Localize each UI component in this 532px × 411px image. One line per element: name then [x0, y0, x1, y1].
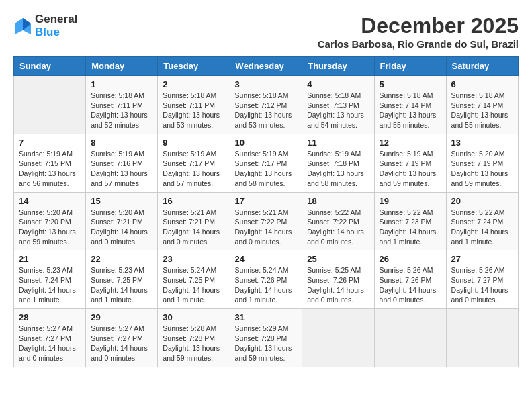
- day-info: Sunrise: 5:20 AM Sunset: 7:20 PM Dayligh…: [19, 208, 81, 247]
- day-number: 16: [163, 196, 224, 206]
- day-info: Sunrise: 5:25 AM Sunset: 7:26 PM Dayligh…: [307, 265, 369, 305]
- calendar-week-row: 7Sunrise: 5:19 AM Sunset: 7:15 PM Daylig…: [14, 134, 519, 192]
- day-number: 8: [91, 138, 152, 148]
- day-number: 24: [235, 254, 298, 264]
- day-info: Sunrise: 5:21 AM Sunset: 7:21 PM Dayligh…: [163, 208, 224, 247]
- calendar-cell: 4Sunrise: 5:18 AM Sunset: 7:13 PM Daylig…: [302, 76, 374, 134]
- day-number: 13: [451, 138, 513, 148]
- day-info: Sunrise: 5:24 AM Sunset: 7:25 PM Dayligh…: [163, 265, 224, 305]
- day-number: 23: [163, 254, 224, 264]
- calendar-cell: 7Sunrise: 5:19 AM Sunset: 7:15 PM Daylig…: [14, 134, 86, 192]
- day-number: 14: [19, 196, 81, 206]
- day-number: 31: [235, 312, 298, 322]
- calendar-cell: 20Sunrise: 5:22 AM Sunset: 7:24 PM Dayli…: [446, 192, 518, 250]
- day-info: Sunrise: 5:19 AM Sunset: 7:19 PM Dayligh…: [380, 149, 441, 189]
- day-info: Sunrise: 5:18 AM Sunset: 7:13 PM Dayligh…: [307, 91, 369, 130]
- calendar-cell: 6Sunrise: 5:18 AM Sunset: 7:14 PM Daylig…: [446, 76, 518, 134]
- day-info: Sunrise: 5:20 AM Sunset: 7:21 PM Dayligh…: [91, 208, 152, 247]
- calendar-cell: [446, 309, 518, 367]
- day-info: Sunrise: 5:26 AM Sunset: 7:27 PM Dayligh…: [451, 265, 513, 305]
- calendar-cell: 17Sunrise: 5:21 AM Sunset: 7:22 PM Dayli…: [230, 192, 302, 250]
- day-number: 7: [19, 138, 81, 148]
- calendar-cell: 25Sunrise: 5:25 AM Sunset: 7:26 PM Dayli…: [302, 250, 374, 309]
- day-number: 6: [451, 79, 513, 89]
- calendar-cell: 22Sunrise: 5:23 AM Sunset: 7:25 PM Dayli…: [86, 250, 158, 309]
- day-number: 15: [91, 196, 152, 206]
- day-info: Sunrise: 5:19 AM Sunset: 7:18 PM Dayligh…: [307, 149, 369, 189]
- calendar-cell: 5Sunrise: 5:18 AM Sunset: 7:14 PM Daylig…: [374, 76, 446, 134]
- calendar-cell: 13Sunrise: 5:20 AM Sunset: 7:19 PM Dayli…: [446, 134, 518, 192]
- calendar-cell: 30Sunrise: 5:28 AM Sunset: 7:28 PM Dayli…: [158, 309, 230, 367]
- calendar-cell: 9Sunrise: 5:19 AM Sunset: 7:17 PM Daylig…: [158, 134, 230, 192]
- day-info: Sunrise: 5:18 AM Sunset: 7:11 PM Dayligh…: [91, 91, 152, 130]
- calendar-cell: 8Sunrise: 5:19 AM Sunset: 7:16 PM Daylig…: [86, 134, 158, 192]
- day-number: 4: [307, 79, 369, 89]
- day-number: 3: [235, 79, 298, 89]
- calendar-cell: 1Sunrise: 5:18 AM Sunset: 7:11 PM Daylig…: [86, 76, 158, 134]
- calendar-cell: 21Sunrise: 5:23 AM Sunset: 7:24 PM Dayli…: [14, 250, 86, 309]
- calendar-cell: 23Sunrise: 5:24 AM Sunset: 7:25 PM Dayli…: [158, 250, 230, 309]
- logo: General Blue: [13, 13, 77, 38]
- calendar-cell: [302, 309, 374, 367]
- weekday-header: Sunday: [14, 57, 86, 76]
- calendar-cell: [14, 76, 86, 134]
- day-info: Sunrise: 5:19 AM Sunset: 7:15 PM Dayligh…: [19, 149, 81, 189]
- day-number: 26: [380, 254, 441, 264]
- day-info: Sunrise: 5:19 AM Sunset: 7:17 PM Dayligh…: [235, 149, 298, 189]
- calendar-week-row: 14Sunrise: 5:20 AM Sunset: 7:20 PM Dayli…: [14, 192, 519, 250]
- day-number: 25: [307, 254, 369, 264]
- day-info: Sunrise: 5:29 AM Sunset: 7:28 PM Dayligh…: [235, 324, 298, 363]
- page-header: General Blue December 2025 Carlos Barbos…: [13, 13, 519, 50]
- month-year-title: December 2025: [318, 13, 519, 38]
- day-number: 5: [380, 79, 441, 89]
- day-info: Sunrise: 5:18 AM Sunset: 7:12 PM Dayligh…: [235, 91, 298, 130]
- title-block: December 2025 Carlos Barbosa, Rio Grande…: [318, 13, 519, 50]
- day-info: Sunrise: 5:19 AM Sunset: 7:16 PM Dayligh…: [91, 149, 152, 189]
- day-info: Sunrise: 5:28 AM Sunset: 7:28 PM Dayligh…: [163, 324, 224, 363]
- day-number: 22: [91, 254, 152, 264]
- calendar-cell: 3Sunrise: 5:18 AM Sunset: 7:12 PM Daylig…: [230, 76, 302, 134]
- day-number: 2: [163, 79, 224, 89]
- weekday-header: Wednesday: [230, 57, 302, 76]
- calendar-week-row: 28Sunrise: 5:27 AM Sunset: 7:27 PM Dayli…: [14, 309, 519, 367]
- calendar-cell: 14Sunrise: 5:20 AM Sunset: 7:20 PM Dayli…: [14, 192, 86, 250]
- calendar-cell: 12Sunrise: 5:19 AM Sunset: 7:19 PM Dayli…: [374, 134, 446, 192]
- calendar-cell: 18Sunrise: 5:22 AM Sunset: 7:22 PM Dayli…: [302, 192, 374, 250]
- day-number: 21: [19, 254, 81, 264]
- day-number: 20: [451, 196, 513, 206]
- calendar-cell: 24Sunrise: 5:24 AM Sunset: 7:26 PM Dayli…: [230, 250, 302, 309]
- day-info: Sunrise: 5:24 AM Sunset: 7:26 PM Dayligh…: [235, 265, 298, 305]
- day-info: Sunrise: 5:23 AM Sunset: 7:25 PM Dayligh…: [91, 265, 152, 305]
- location-subtitle: Carlos Barbosa, Rio Grande do Sul, Brazi…: [318, 38, 519, 50]
- calendar-cell: 19Sunrise: 5:22 AM Sunset: 7:23 PM Dayli…: [374, 192, 446, 250]
- day-number: 27: [451, 254, 513, 264]
- day-number: 12: [380, 138, 441, 148]
- day-number: 1: [91, 79, 152, 89]
- day-info: Sunrise: 5:22 AM Sunset: 7:23 PM Dayligh…: [380, 208, 441, 247]
- calendar-cell: 26Sunrise: 5:26 AM Sunset: 7:26 PM Dayli…: [374, 250, 446, 309]
- day-info: Sunrise: 5:23 AM Sunset: 7:24 PM Dayligh…: [19, 265, 81, 305]
- calendar-header-row: SundayMondayTuesdayWednesdayThursdayFrid…: [14, 57, 519, 76]
- calendar-cell: 10Sunrise: 5:19 AM Sunset: 7:17 PM Dayli…: [230, 134, 302, 192]
- calendar-cell: 29Sunrise: 5:27 AM Sunset: 7:27 PM Dayli…: [86, 309, 158, 367]
- day-number: 29: [91, 312, 152, 322]
- day-info: Sunrise: 5:27 AM Sunset: 7:27 PM Dayligh…: [91, 324, 152, 363]
- logo-icon: [13, 17, 32, 36]
- calendar-cell: 31Sunrise: 5:29 AM Sunset: 7:28 PM Dayli…: [230, 309, 302, 367]
- day-number: 19: [380, 196, 441, 206]
- day-number: 28: [19, 312, 81, 322]
- weekday-header: Monday: [86, 57, 158, 76]
- day-number: 18: [307, 196, 369, 206]
- calendar-cell: 27Sunrise: 5:26 AM Sunset: 7:27 PM Dayli…: [446, 250, 518, 309]
- day-info: Sunrise: 5:19 AM Sunset: 7:17 PM Dayligh…: [163, 149, 224, 189]
- day-info: Sunrise: 5:18 AM Sunset: 7:14 PM Dayligh…: [380, 91, 441, 130]
- calendar-cell: 15Sunrise: 5:20 AM Sunset: 7:21 PM Dayli…: [86, 192, 158, 250]
- weekday-header: Thursday: [302, 57, 374, 76]
- day-number: 30: [163, 312, 224, 322]
- day-info: Sunrise: 5:27 AM Sunset: 7:27 PM Dayligh…: [19, 324, 81, 363]
- calendar-table: SundayMondayTuesdayWednesdayThursdayFrid…: [13, 56, 519, 367]
- day-number: 10: [235, 138, 298, 148]
- day-info: Sunrise: 5:22 AM Sunset: 7:24 PM Dayligh…: [451, 208, 513, 247]
- calendar-cell: [374, 309, 446, 367]
- day-info: Sunrise: 5:22 AM Sunset: 7:22 PM Dayligh…: [307, 208, 369, 247]
